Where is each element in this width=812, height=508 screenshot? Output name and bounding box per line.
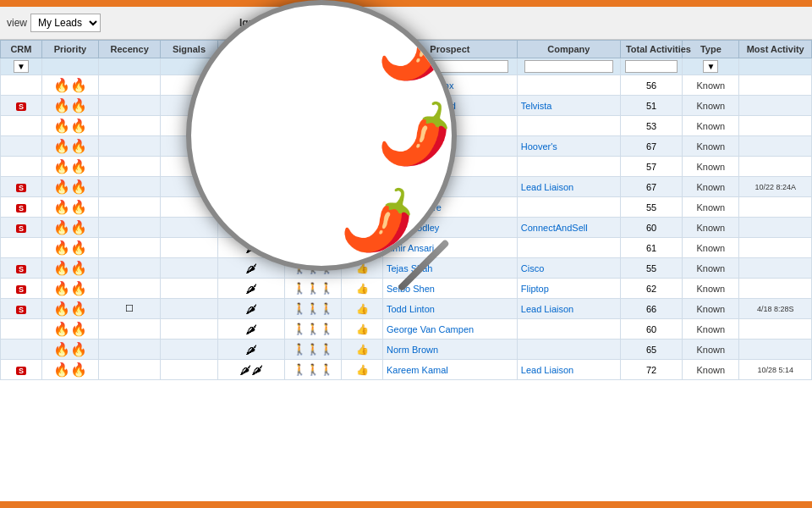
prospect-cell[interactable]: George Van Campen: [382, 319, 517, 340]
signals-cell: [161, 136, 217, 157]
prospect-cell[interactable]: Kareem Kamal: [382, 360, 517, 380]
chili-icon: 🌶🌶: [239, 119, 263, 133]
activity-icon: 🚶🚶🚶: [293, 221, 333, 234]
crm-cell: S: [1, 96, 42, 116]
leadscore-cell: 🌶: [217, 157, 284, 177]
prospect-cell[interactable]: Christopher Cox: [382, 75, 517, 96]
recency-cell: [99, 319, 161, 340]
header-row: CRM Priority Recency Signals Lead Score …: [1, 41, 812, 58]
actmode-cell: 👍: [342, 177, 383, 197]
recency-cell: [99, 238, 161, 258]
thumb-icon: 👍: [356, 222, 369, 234]
activities-cell: 🚶🚶🚶: [284, 360, 341, 380]
type-cell: Known: [683, 238, 739, 258]
fire-icon: 🔥🔥: [53, 139, 87, 153]
activity-icon: 🚶🚶🚶: [293, 201, 333, 213]
leadscore-cell: 🌶: [217, 218, 284, 238]
thumb-icon: 👍: [356, 303, 369, 315]
table-row: 🔥🔥🌶🚶🚶🚶👍Laura MeadowsHoover's67Known: [1, 136, 812, 157]
prospect-cell[interactable]: Randy Trost: [382, 157, 517, 177]
actmode-cell: 👍: [342, 197, 383, 218]
signals-cell: [161, 96, 217, 116]
prospect-filter-input[interactable]: [392, 60, 508, 73]
activities-cell: 🚶🚶🚶: [284, 96, 341, 116]
chili-icon: 🌶: [245, 180, 257, 194]
crm-badge: S: [16, 204, 26, 213]
activities-cell: 🚶🚶🚶: [284, 218, 341, 238]
mostact-cell: 10/28 5:14: [739, 360, 812, 380]
prospect-cell[interactable]: Todd Linton: [382, 299, 517, 319]
prospect-cell[interactable]: Danielle Scofield: [382, 96, 517, 116]
type-filter-select[interactable]: ▼: [703, 60, 718, 73]
crm-cell: [1, 319, 42, 340]
fire-icon: 🔥🔥: [53, 119, 87, 133]
company-filter-input[interactable]: [524, 60, 613, 73]
col-header-actmode: Act. Mode: [342, 41, 383, 58]
prospect-cell[interactable]: Arif Hajee: [382, 177, 517, 197]
chili-icon: 🌶: [245, 241, 257, 255]
fire-icon: 🔥🔥: [53, 322, 87, 336]
total-cell: 60: [620, 218, 682, 238]
fire-icon: 🔥🔥: [53, 78, 87, 92]
crm-badge: S: [16, 306, 26, 314]
leadscore-cell: 🌶: [217, 340, 284, 360]
leadscore-cell: 🌶: [217, 319, 284, 340]
table-row: 🔥🔥🌶🚶🚶🚶👍Christopher Cox56Known: [1, 75, 812, 96]
total-cell: 61: [620, 238, 682, 258]
crm-filter-select[interactable]: ▼: [14, 60, 29, 73]
total-cell: 67: [620, 136, 682, 157]
prospect-cell[interactable]: Travis Harrell: [382, 116, 517, 136]
fire-icon: 🔥🔥: [53, 342, 87, 356]
crm-badge: S: [16, 285, 26, 294]
thumb-icon: 👍: [356, 344, 369, 356]
actmode-cell: 👍: [342, 96, 383, 116]
type-cell: Known: [683, 299, 739, 319]
ignored-tab[interactable]: Ignored: [239, 17, 277, 29]
view-select[interactable]: My Leads: [30, 14, 101, 32]
crm-cell: S: [1, 218, 42, 238]
crm-cell: S: [1, 177, 42, 197]
prospect-cell[interactable]: Laura Meadows: [382, 136, 517, 157]
crm-cell: S: [1, 258, 42, 279]
crm-cell: [1, 75, 42, 96]
company-cell: [517, 116, 620, 136]
activities-cell: 🚶🚶🚶: [284, 258, 341, 279]
prospect-cell[interactable]: Morris Moore: [382, 197, 517, 218]
prospect-cell[interactable]: Mark Godley: [382, 218, 517, 238]
priority-cell: 🔥🔥: [41, 116, 98, 136]
table-row: S🔥🔥🌶🚶🚶🚶👍Mark GodleyConnectAndSell60Known: [1, 218, 812, 238]
signals-cell: [161, 218, 217, 238]
type-cell: Known: [683, 177, 739, 197]
mostact-cell: [739, 340, 812, 360]
mostact-cell: 10/22 8:24A: [739, 177, 812, 197]
thumb-icon: 👍: [356, 323, 369, 335]
table-body: 🔥🔥🌶🚶🚶🚶👍Christopher Cox56KnownS🔥🔥🌶🚶🚶🚶👍Dan…: [1, 75, 812, 380]
activities-cell: 🚶🚶🚶: [284, 177, 341, 197]
prospect-cell[interactable]: Amir Ansari: [382, 238, 517, 258]
type-cell: Known: [683, 319, 739, 340]
total-cell: 65: [620, 340, 682, 360]
chili-icon: 🌶: [245, 140, 257, 153]
col-header-prospect: Prospect: [382, 41, 517, 58]
total-cell: 66: [620, 299, 682, 319]
activity-icon: 🚶🚶🚶: [293, 343, 333, 356]
table-row: S🔥🔥🌶🚶🚶🚶👍Tejas ShahCisco55Known: [1, 258, 812, 279]
crm-cell: [1, 340, 42, 360]
crm-cell: S: [1, 197, 42, 218]
type-cell: Known: [683, 258, 739, 279]
prospect-cell[interactable]: Norm Brown: [382, 340, 517, 360]
priority-cell: 🔥🔥: [41, 238, 98, 258]
fire-icon: 🔥🔥: [53, 281, 87, 295]
leadscore-cell: 🌶: [217, 75, 284, 96]
filter-row: ▼ ▼: [1, 58, 812, 75]
recency-cell: [99, 360, 161, 380]
signals-cell: [161, 258, 217, 279]
total-cell: 53: [620, 116, 682, 136]
company-cell: Lead Liaison: [517, 299, 620, 319]
prospect-cell[interactable]: Tejas Shah: [382, 258, 517, 279]
table-row: 🔥🔥🌶🚶🚶🚶👍Amir Ansari61Known: [1, 238, 812, 258]
fire-icon: 🔥🔥: [53, 301, 87, 316]
signals-cell: [161, 238, 217, 258]
total-filter-input[interactable]: [625, 60, 677, 73]
total-cell: 62: [620, 279, 682, 299]
